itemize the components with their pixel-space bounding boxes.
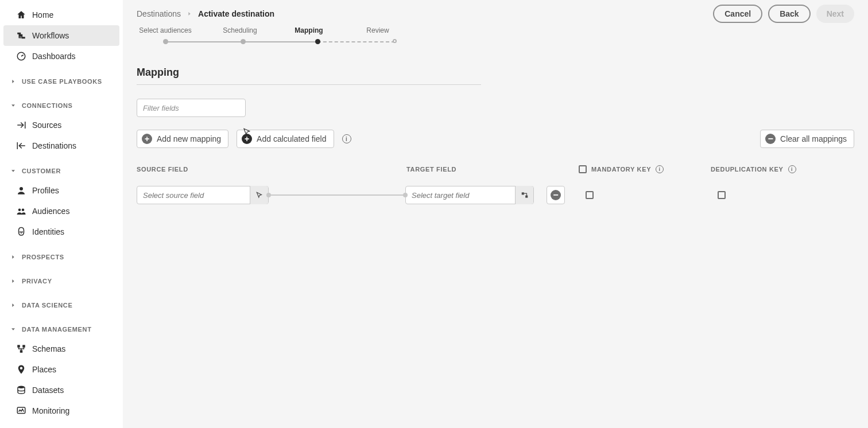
- col-target-header: TARGET FIELD: [406, 166, 579, 173]
- nav-identities[interactable]: Identities: [0, 221, 123, 242]
- step-label: Mapping: [286, 26, 332, 34]
- minus-icon: −: [551, 190, 561, 200]
- chevron-down-icon: [9, 167, 17, 175]
- chevron-right-icon: [9, 77, 17, 85]
- button-label: Add calculated field: [257, 134, 326, 143]
- col-label: DEDUPLICATION KEY: [711, 166, 784, 173]
- info-icon[interactable]: i: [788, 165, 796, 173]
- svg-rect-4: [17, 345, 20, 348]
- section-label: CONNECTIONS: [22, 102, 73, 109]
- nav-label: Destinations: [32, 141, 76, 150]
- section-prospects[interactable]: PROSPECTS: [0, 248, 123, 266]
- nav-places[interactable]: Places: [0, 359, 123, 380]
- header-actions: Cancel Back Next: [713, 5, 854, 23]
- content-area: Mapping + Add new mapping + Add calculat…: [123, 49, 868, 213]
- section-use-case-playbooks[interactable]: USE CASE PLAYBOOKS: [0, 72, 123, 91]
- nav-label: Dashboards: [32, 52, 76, 61]
- remove-mapping-button[interactable]: −: [547, 186, 565, 204]
- cancel-button[interactable]: Cancel: [713, 5, 762, 23]
- breadcrumb-root[interactable]: Destinations: [137, 9, 181, 18]
- topbar: Destinations Activate destination Cancel…: [123, 0, 868, 23]
- svg-point-1: [20, 187, 23, 190]
- nav-workflows[interactable]: Workflows: [3, 25, 119, 46]
- next-button: Next: [816, 5, 854, 23]
- step-label: Review: [355, 26, 401, 34]
- nav-profiles[interactable]: Profiles: [0, 180, 123, 201]
- stepper: Select audiences Scheduling Mapping Revi…: [123, 23, 868, 49]
- section-customer[interactable]: CUSTOMER: [0, 162, 123, 180]
- col-label: MANDATORY KEY: [591, 166, 651, 173]
- select-arrow-icon[interactable]: [250, 186, 268, 204]
- section-label: PRIVACY: [22, 278, 52, 285]
- mandatory-checkbox[interactable]: [586, 191, 594, 199]
- section-label: DATA SCIENCE: [22, 302, 72, 309]
- section-label: DATA MANAGEMENT: [22, 326, 92, 333]
- chevron-right-icon: [9, 301, 17, 309]
- nav-label: Schemas: [32, 344, 65, 353]
- section-privacy[interactable]: PRIVACY: [0, 272, 123, 290]
- step-node: [241, 39, 246, 44]
- section-label: PROSPECTS: [22, 254, 64, 260]
- profile-icon: [16, 185, 26, 196]
- section-data-management[interactable]: DATA MANAGEMENT: [0, 320, 123, 338]
- step-label: Scheduling: [217, 26, 263, 34]
- identities-icon: [16, 227, 26, 237]
- target-field-input[interactable]: [406, 186, 515, 204]
- nav-monitoring[interactable]: Monitoring: [0, 400, 123, 421]
- step-node: [163, 39, 168, 44]
- filter-fields-input[interactable]: [137, 99, 246, 117]
- destinations-icon: [16, 141, 26, 151]
- svg-rect-8: [17, 407, 25, 414]
- nav-schemas[interactable]: Schemas: [0, 338, 123, 359]
- dashboard-icon: [16, 51, 26, 61]
- nav-home[interactable]: Home: [0, 5, 123, 25]
- nav-label: Sources: [32, 120, 61, 130]
- nav-label: Workflows: [32, 31, 69, 40]
- plus-icon: +: [242, 134, 252, 144]
- schemas-icon: [16, 344, 26, 354]
- breadcrumb: Destinations Activate destination: [137, 9, 274, 18]
- nav-audiences[interactable]: Audiences: [0, 201, 123, 221]
- chevron-right-icon: [187, 11, 192, 17]
- source-field-input[interactable]: [137, 186, 250, 204]
- sidebar: Home Workflows Dashboards USE CASE PLAYB…: [0, 0, 123, 428]
- info-icon[interactable]: i: [656, 165, 664, 173]
- dedup-checkbox[interactable]: [718, 191, 726, 199]
- target-field-select[interactable]: [405, 186, 534, 204]
- info-icon[interactable]: i: [342, 134, 351, 143]
- chevron-down-icon: [9, 102, 17, 110]
- nav-label: Audiences: [32, 207, 69, 216]
- svg-rect-6: [20, 350, 23, 353]
- nav-label: Monitoring: [32, 406, 69, 415]
- add-new-mapping-button[interactable]: + Add new mapping: [137, 130, 228, 148]
- section-connections[interactable]: CONNECTIONS: [0, 96, 123, 115]
- section-data-science[interactable]: DATA SCIENCE: [0, 296, 123, 314]
- nav-label: Profiles: [32, 186, 59, 195]
- nav-dashboards[interactable]: Dashboards: [0, 46, 123, 67]
- nav-label: Places: [32, 365, 56, 374]
- section-label: CUSTOMER: [22, 168, 61, 174]
- source-field-select[interactable]: [137, 186, 269, 204]
- checkbox-icon[interactable]: [579, 165, 587, 173]
- nav-datasets[interactable]: Datasets: [0, 380, 123, 400]
- add-calculated-field-button[interactable]: + Add calculated field: [237, 130, 334, 148]
- clear-all-mappings-button[interactable]: − Clear all mappings: [760, 130, 854, 148]
- map-target-icon[interactable]: [515, 186, 533, 204]
- page-title: Mapping: [137, 67, 854, 79]
- nav-label: Identities: [32, 227, 64, 236]
- home-icon: [16, 10, 26, 20]
- mapping-connector: [269, 194, 405, 196]
- svg-point-2: [18, 209, 21, 212]
- svg-rect-5: [22, 345, 25, 348]
- audiences-icon: [16, 206, 26, 216]
- back-button[interactable]: Back: [768, 5, 810, 23]
- nav-sources[interactable]: Sources: [0, 115, 123, 135]
- button-label: Add new mapping: [157, 134, 221, 143]
- section-label: USE CASE PLAYBOOKS: [22, 78, 102, 85]
- monitoring-icon: [16, 406, 26, 416]
- mapping-row: −: [137, 186, 854, 204]
- step-node-future: [393, 39, 397, 43]
- minus-icon: −: [765, 134, 776, 144]
- nav-destinations[interactable]: Destinations: [0, 135, 123, 156]
- svg-point-3: [22, 209, 25, 212]
